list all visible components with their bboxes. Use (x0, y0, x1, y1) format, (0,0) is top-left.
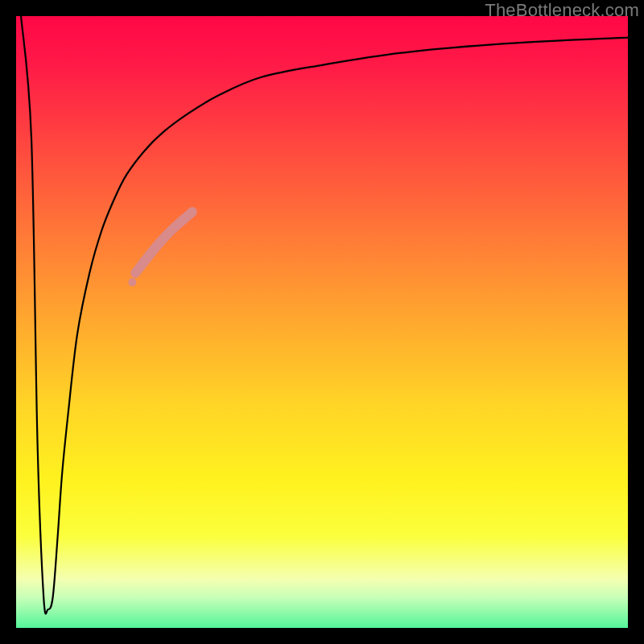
highlight-dot (128, 279, 136, 287)
highlight-segment (135, 212, 192, 273)
plot-area (16, 16, 628, 628)
bottleneck-curve (21, 16, 628, 613)
curve-svg (16, 16, 628, 628)
chart-frame: TheBottleneck.com (0, 0, 644, 644)
